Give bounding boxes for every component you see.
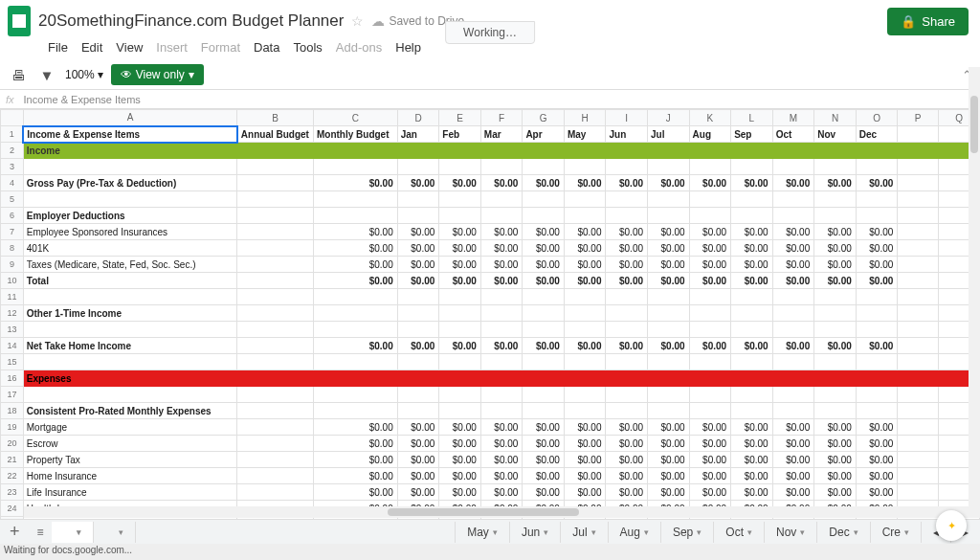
cell[interactable]: Property Tax [23, 452, 237, 468]
cell[interactable]: Monthly Budget [313, 126, 397, 143]
cell[interactable] [313, 370, 397, 387]
cell[interactable]: Dec [856, 126, 898, 143]
cell[interactable] [237, 484, 314, 501]
cell[interactable]: $0.00 [814, 468, 857, 484]
cell[interactable]: $0.00 [772, 484, 814, 501]
cell[interactable] [23, 387, 237, 403]
row-header[interactable]: 10 [1, 273, 24, 289]
cell[interactable] [648, 387, 690, 403]
cell[interactable]: $0.00 [439, 452, 481, 468]
cell[interactable]: $0.00 [523, 484, 565, 501]
cell[interactable]: $0.00 [523, 224, 565, 240]
cell[interactable]: Total [23, 273, 237, 289]
cell[interactable]: Home Insurance [23, 468, 237, 484]
cell[interactable] [237, 224, 314, 240]
cell[interactable] [731, 143, 773, 159]
cell[interactable] [313, 305, 397, 322]
cell[interactable] [898, 468, 939, 484]
cell[interactable] [480, 370, 523, 387]
cell[interactable] [523, 354, 565, 370]
col-header[interactable]: N [814, 110, 857, 126]
cell[interactable] [523, 305, 565, 322]
cell[interactable]: $0.00 [564, 452, 606, 468]
cell[interactable]: $0.00 [606, 484, 648, 501]
cell[interactable] [814, 387, 857, 403]
cell[interactable]: $0.00 [856, 273, 898, 289]
cell[interactable]: Annual Budget [237, 126, 314, 143]
cell[interactable] [313, 143, 397, 159]
cell[interactable] [397, 191, 439, 208]
cell[interactable]: $0.00 [523, 257, 565, 273]
cell[interactable] [856, 387, 898, 403]
row-header[interactable]: 22 [1, 468, 24, 484]
cell[interactable] [731, 191, 773, 208]
cell[interactable]: $0.00 [731, 338, 773, 354]
cell[interactable] [237, 452, 314, 468]
cell[interactable]: Other 1-Time Income [23, 305, 237, 322]
cell[interactable]: $0.00 [439, 484, 481, 501]
cell[interactable] [898, 338, 939, 354]
cell[interactable] [731, 354, 773, 370]
row-header[interactable]: 15 [1, 354, 24, 370]
cell[interactable]: $0.00 [648, 436, 690, 452]
cell[interactable] [689, 143, 731, 159]
cell[interactable]: $0.00 [648, 452, 690, 468]
col-header[interactable]: P [898, 110, 939, 126]
cell[interactable] [898, 126, 939, 143]
cell[interactable] [439, 191, 481, 208]
cell[interactable]: $0.00 [397, 452, 439, 468]
cell[interactable] [23, 159, 237, 175]
cell[interactable] [237, 191, 314, 208]
cell[interactable] [439, 322, 481, 338]
cell[interactable] [237, 387, 314, 403]
cell[interactable]: $0.00 [856, 240, 898, 257]
cell[interactable]: $0.00 [480, 436, 523, 452]
cell[interactable] [731, 370, 773, 387]
cell[interactable] [814, 370, 857, 387]
cell[interactable] [480, 322, 523, 338]
col-header[interactable]: G [523, 110, 565, 126]
cell[interactable] [731, 322, 773, 338]
cell-selected[interactable]: Income & Expense Items [23, 126, 237, 143]
cell[interactable] [397, 354, 439, 370]
cell[interactable] [480, 354, 523, 370]
cell[interactable]: Net Take Home Income [23, 338, 237, 354]
cell[interactable] [523, 387, 565, 403]
cell[interactable]: $0.00 [731, 468, 773, 484]
row-header[interactable]: 21 [1, 452, 24, 468]
cell[interactable] [898, 191, 939, 208]
cell[interactable]: $0.00 [439, 224, 481, 240]
col-header[interactable]: I [606, 110, 648, 126]
row-header[interactable]: 1 [1, 126, 24, 143]
cell[interactable]: $0.00 [772, 468, 814, 484]
cell[interactable]: May [564, 126, 606, 143]
cell[interactable]: $0.00 [772, 175, 814, 191]
cell[interactable]: $0.00 [606, 468, 648, 484]
cell[interactable] [313, 208, 397, 224]
cell[interactable]: $0.00 [689, 419, 731, 436]
cell[interactable] [898, 305, 939, 322]
cell[interactable]: $0.00 [564, 273, 606, 289]
cell[interactable]: $0.00 [397, 338, 439, 354]
cell[interactable] [814, 354, 857, 370]
share-button[interactable]: 🔒 Share [887, 8, 969, 35]
cell[interactable]: $0.00 [439, 240, 481, 257]
cell[interactable]: $0.00 [439, 338, 481, 354]
cell[interactable]: Jan [397, 126, 439, 143]
cell[interactable] [480, 159, 523, 175]
cell[interactable] [814, 289, 857, 305]
cell[interactable] [856, 289, 898, 305]
cell[interactable]: $0.00 [689, 338, 731, 354]
cell[interactable] [313, 387, 397, 403]
cell[interactable] [856, 370, 898, 387]
cell[interactable] [898, 289, 939, 305]
menu-edit[interactable]: Edit [81, 40, 102, 55]
cell[interactable]: $0.00 [564, 257, 606, 273]
cell[interactable]: $0.00 [856, 419, 898, 436]
cell[interactable]: $0.00 [689, 240, 731, 257]
cell[interactable] [564, 191, 606, 208]
cell[interactable] [731, 305, 773, 322]
cell[interactable]: $0.00 [648, 240, 690, 257]
cell[interactable] [606, 370, 648, 387]
menu-file[interactable]: File [48, 40, 68, 55]
